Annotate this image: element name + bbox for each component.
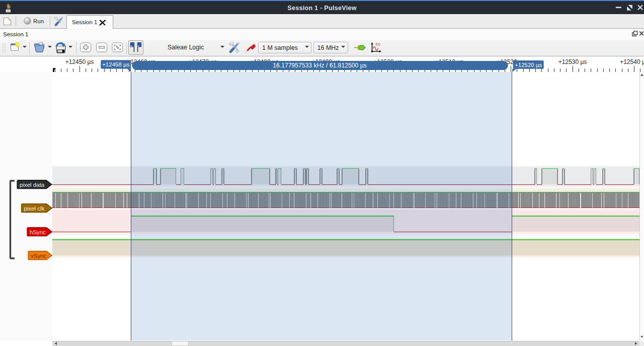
svg-text:+12520 µs: +12520 µs — [515, 62, 542, 68]
svg-text:f(x): f(x) — [376, 42, 381, 46]
svg-text:pixel data: pixel data — [20, 182, 45, 188]
svg-text:+12450 µs: +12450 µs — [65, 58, 94, 65]
svg-text:pixel clk: pixel clk — [24, 205, 45, 212]
svg-text:+12530 µs: +12530 µs — [558, 58, 587, 65]
svg-text:+12458 µs: +12458 µs — [102, 61, 130, 67]
svg-text:16.177957533 kHz / 61.812500 µ: 16.177957533 kHz / 61.812500 µs — [273, 62, 367, 69]
svg-text:hSync: hSync — [30, 229, 46, 235]
svg-text:+12540 µs: +12540 µs — [620, 58, 644, 65]
svg-text:vSync: vSync — [31, 253, 47, 259]
